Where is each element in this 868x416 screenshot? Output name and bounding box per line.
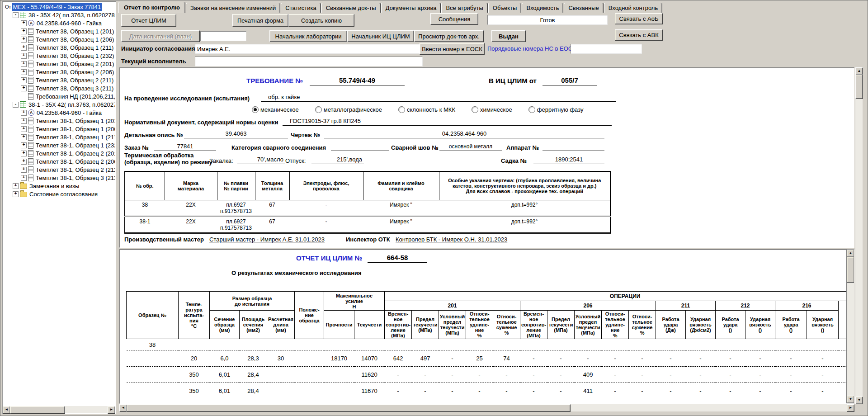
inspector-link[interactable]: Контролер БТК - Имярек О.Н. 31.01.2023 xyxy=(396,236,507,243)
radio-option-2[interactable]: металлографическое xyxy=(315,106,382,113)
report-vertical-scrollbar[interactable]: ▲ ▼ xyxy=(846,250,854,403)
expand-icon[interactable]: + xyxy=(13,183,19,189)
status-field[interactable]: Готов xyxy=(487,15,608,25)
opis-value[interactable]: 39.4063 xyxy=(184,130,288,138)
tree-item[interactable]: +Темплет 38, Образец 1 (201) xyxy=(3,27,115,35)
quench-value[interactable]: 70',масло xyxy=(237,156,285,164)
tab-7[interactable]: Объекты xyxy=(488,3,522,13)
expand-icon[interactable]: + xyxy=(21,53,27,59)
sadka-value[interactable]: 1890;2541 xyxy=(533,156,604,164)
head-lab-button[interactable]: Начальник лаборатории xyxy=(269,30,347,42)
tree-item[interactable]: +Темплет 38-1, Образец 2 (201) xyxy=(3,149,115,157)
tab-1[interactable]: Отчет по контролю xyxy=(118,2,185,13)
radio-option-1[interactable]: механическое xyxy=(252,106,299,113)
expand-icon[interactable]: + xyxy=(21,151,27,156)
tree-item[interactable]: -38-1 - 35Х 42( пл.3763, п.0620278 xyxy=(3,100,115,109)
tree-item[interactable]: +Темплет 38, Образец 3 (211) xyxy=(3,84,115,92)
tree-item[interactable]: +Темплет 38, Образец 2 (201) xyxy=(3,60,115,68)
expand-icon[interactable]: + xyxy=(21,28,27,34)
tab-9[interactable]: Связанные xyxy=(564,3,603,13)
tree-item[interactable]: -38 - 35Х 42( пл.3763, п.062027864 xyxy=(3,11,115,19)
scrollbar-thumb[interactable] xyxy=(855,75,863,99)
tree-item[interactable]: +А04.2358.464-960 - Гайка xyxy=(3,19,115,27)
expand-icon[interactable]: + xyxy=(21,110,27,116)
test-date-field[interactable] xyxy=(200,31,246,41)
expand-icon[interactable]: + xyxy=(21,45,27,51)
scroll-down-icon[interactable]: ▼ xyxy=(847,396,854,403)
tree-item[interactable]: +Темплет 38, Образец 1 (206) xyxy=(3,35,115,43)
create-copy-button[interactable]: Создать копию xyxy=(288,14,354,27)
tree-item[interactable]: +Темплет 38, Образец 1 (232) xyxy=(3,52,115,60)
radio-icon[interactable] xyxy=(315,106,322,113)
expand-icon[interactable]: + xyxy=(21,61,27,67)
drawing-value[interactable]: 04.2358.464-960 xyxy=(324,130,604,138)
expand-icon[interactable]: + xyxy=(21,175,27,181)
radio-icon[interactable] xyxy=(252,106,259,113)
main-horizontal-scrollbar[interactable]: ◄ ► xyxy=(119,404,854,411)
scroll-down-icon[interactable]: ▼ xyxy=(855,397,863,404)
tab-10[interactable]: Входной контроль xyxy=(604,3,662,13)
collapse-icon[interactable]: - xyxy=(13,12,19,18)
tab-2[interactable]: Заявки на внесение изменений xyxy=(186,3,280,13)
scroll-right-icon[interactable]: ► xyxy=(847,404,854,412)
expand-icon[interactable]: + xyxy=(21,85,27,91)
scroll-up-icon[interactable]: ▲ xyxy=(855,67,863,75)
print-form-button[interactable]: Печатная форма xyxy=(232,14,288,27)
tree-item[interactable]: +Замечания и визы xyxy=(3,182,115,190)
norm-doc-value[interactable]: ГОСТ19015-37 гр.8 КП245 xyxy=(283,117,612,126)
expand-icon[interactable]: + xyxy=(21,134,27,140)
tab-4[interactable]: Связанные док-ты xyxy=(321,3,381,13)
tree-item[interactable]: +Темплет 38-1, Образец 1 (201) xyxy=(3,117,115,125)
radio-icon[interactable] xyxy=(528,106,535,113)
tree-item[interactable]: +Темплет 38-1, Образец 2 (206) xyxy=(3,157,115,165)
tree-item[interactable]: +Темплет 38, Образец 1 (211) xyxy=(3,43,115,52)
expand-icon[interactable]: + xyxy=(21,69,27,75)
link-aob-button[interactable]: Связать с АоБ xyxy=(615,13,663,24)
issued-button[interactable]: Выдан xyxy=(491,30,526,42)
tree-item[interactable]: ОтМЕХ - 55.749/4-49 - Заказ 77841 xyxy=(3,3,115,11)
master-link[interactable]: Старший мастер - Имярек А.Е. 31.01.2023 xyxy=(209,236,325,243)
apparatus-value[interactable] xyxy=(542,142,604,151)
tree-horizontal-scrollbar[interactable]: ◄ ► xyxy=(3,406,115,413)
scroll-up-icon[interactable]: ▲ xyxy=(847,250,854,257)
expand-icon[interactable]: + xyxy=(21,142,27,148)
scroll-left-icon[interactable]: ◄ xyxy=(119,404,127,412)
expand-icon[interactable]: + xyxy=(21,167,27,173)
expand-icon[interactable]: + xyxy=(21,159,27,165)
tab-3[interactable]: Статистика xyxy=(281,3,321,13)
tree-item[interactable]: +Темплет 38-1, Образец 1 (206) xyxy=(3,125,115,133)
temper-value[interactable]: 215',вода xyxy=(311,156,364,164)
radio-icon[interactable] xyxy=(472,106,478,113)
expand-icon[interactable]: + xyxy=(21,118,27,124)
view-arch-docs-button[interactable]: Просмотр док-тов арх. xyxy=(414,30,484,42)
tree-item[interactable]: +Темплет 38-1, Образец 1 (211) xyxy=(3,133,115,141)
order-value[interactable]: 77841 xyxy=(154,142,216,151)
tab-6[interactable]: Все атрибуты xyxy=(441,3,487,13)
radio-option-4[interactable]: химическое xyxy=(472,106,512,113)
expand-icon[interactable]: + xyxy=(13,191,19,197)
tree-item[interactable]: +Темплет 38, Образец 2 (211) xyxy=(3,76,115,84)
executor-field[interactable] xyxy=(195,57,423,66)
tree-item[interactable]: +Состояние согласования xyxy=(3,190,115,198)
purpose-value[interactable]: обр. к гайке xyxy=(261,93,616,102)
weld-category-value[interactable] xyxy=(331,142,389,151)
expand-icon[interactable]: + xyxy=(21,126,27,132)
report-clim-button[interactable]: Отчет ЦЛИМ xyxy=(121,14,176,27)
radio-option-5[interactable]: ферритную фазу xyxy=(528,106,584,113)
tab-5[interactable]: Документы архива xyxy=(381,3,441,13)
eos-numbers-label[interactable]: Порядковые номера НС в ЕОС xyxy=(487,45,572,52)
tree-item[interactable]: +Темплет 38, Образец 2 (206) xyxy=(3,68,115,76)
expand-icon[interactable]: + xyxy=(21,77,27,83)
weld-seam-value[interactable]: основной металл xyxy=(439,142,502,151)
scroll-right-icon[interactable]: ► xyxy=(108,406,115,414)
radio-option-3[interactable]: склонность к МКК xyxy=(398,106,455,113)
scrollbar-thumb[interactable] xyxy=(127,404,571,412)
expand-icon[interactable]: + xyxy=(21,37,27,43)
radio-icon[interactable] xyxy=(398,106,405,113)
initiator-field[interactable]: Имярек А.Е. xyxy=(195,44,423,54)
tree-item[interactable]: +А04.2358.464-960 - Гайка xyxy=(3,109,115,117)
tree-item[interactable]: Требования НД (201,206,211,2 xyxy=(3,92,115,100)
messages-button[interactable]: Сообщения xyxy=(430,13,478,25)
main-vertical-scrollbar[interactable]: ▲ ▼ xyxy=(855,67,863,404)
scrollbar-thumb[interactable] xyxy=(847,257,854,283)
